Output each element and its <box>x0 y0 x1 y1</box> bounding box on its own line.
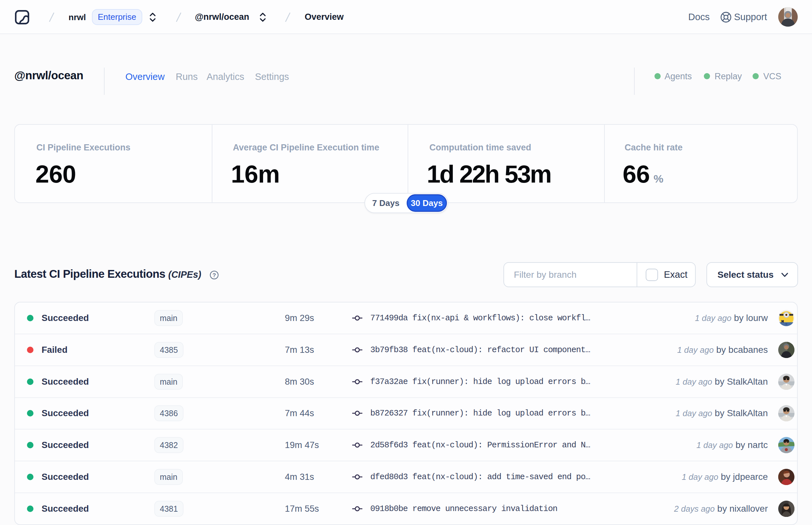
svg-text:?: ? <box>212 272 216 279</box>
